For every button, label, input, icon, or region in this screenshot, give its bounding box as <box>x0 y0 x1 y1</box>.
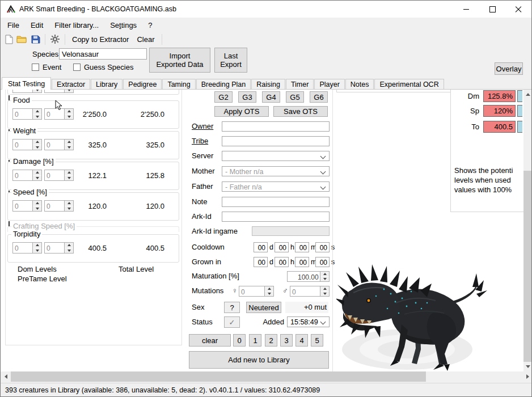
clear-toolbar-button[interactable]: Clear <box>133 34 158 45</box>
father-combobox[interactable]: - Father n/a <box>222 181 330 192</box>
vertical-scroll-thumb[interactable] <box>523 171 532 362</box>
grown-seconds-input[interactable]: 00 <box>315 257 330 267</box>
scroll-up-arrow[interactable] <box>523 90 532 99</box>
spinner-updown[interactable] <box>32 109 41 119</box>
add-new-to-library-button[interactable]: Add new to Library <box>189 351 329 369</box>
tribe-link-label[interactable]: Tribe <box>192 136 208 146</box>
save-ots-button[interactable]: Save OTS <box>273 106 328 117</box>
sex-button[interactable]: ? <box>224 302 240 313</box>
added-time-combobox[interactable]: 15:58:49 <box>287 316 330 327</box>
tab-pedigree[interactable]: Pedigree <box>123 79 162 89</box>
wild-level-spinner[interactable]: 0 <box>12 139 42 150</box>
minimize-button[interactable] <box>453 1 479 18</box>
menu-filter-library[interactable]: Filter library... <box>49 19 104 32</box>
new-file-icon[interactable] <box>3 34 15 45</box>
open-file-icon[interactable] <box>15 34 29 44</box>
stat-group-weight: Weight 0 0 325.0 325.0 <box>7 131 179 159</box>
copy-to-extractor-button[interactable]: Copy to Extractor <box>68 34 133 45</box>
grown-days-input[interactable]: 00 <box>254 257 268 267</box>
menu-file[interactable]: File <box>2 19 25 32</box>
level-button-0[interactable]: 0 <box>233 334 246 347</box>
spinner-updown[interactable] <box>64 90 73 92</box>
level-button-4[interactable]: 4 <box>295 334 308 347</box>
scroll-down-arrow[interactable] <box>523 362 532 371</box>
mother-placeholder: - Mother n/a <box>225 168 263 176</box>
spinner-updown[interactable] <box>320 286 329 296</box>
torpidity-short-label: To <box>465 121 479 133</box>
spinner-updown[interactable] <box>32 90 41 92</box>
mother-combobox[interactable]: - Mother n/a <box>222 166 330 176</box>
spinner-updown[interactable] <box>32 243 41 253</box>
spinner-value: 0 <box>13 243 32 253</box>
import-exported-data-button[interactable]: Import Exported Data <box>149 48 210 73</box>
tribe-input[interactable] <box>222 136 330 146</box>
guess-species-checkbox[interactable] <box>73 64 81 71</box>
status-button[interactable]: ✓ <box>224 316 240 328</box>
tab-taming[interactable]: Taming <box>162 79 195 89</box>
tab-experimental-ocr[interactable]: Experimental OCR <box>374 79 444 89</box>
vertical-scrollbar[interactable] <box>523 90 532 371</box>
menu-edit[interactable]: Edit <box>25 19 49 32</box>
close-button[interactable] <box>505 1 531 18</box>
wild-level-spinner[interactable]: 0 <box>12 200 42 212</box>
cooldown-seconds-input[interactable]: 00 <box>315 242 330 252</box>
settings-gear-icon[interactable] <box>48 33 62 45</box>
spinner-updown[interactable] <box>264 286 273 296</box>
wild-level-spinner[interactable]: 0 <box>12 108 42 120</box>
overlay-button[interactable]: Overlay <box>495 62 523 75</box>
cooldown-minutes-input[interactable]: 00 <box>295 242 309 252</box>
generation-button-g2[interactable]: G2 <box>214 91 233 103</box>
scroll-right-arrow[interactable] <box>522 371 532 382</box>
wild-level-spinner[interactable]: 0 <box>12 170 42 181</box>
save-icon[interactable] <box>29 34 42 45</box>
tab-extractor[interactable]: Extractor <box>52 79 90 89</box>
tab-library[interactable]: Library <box>91 79 123 89</box>
level-button-1[interactable]: 1 <box>249 334 261 347</box>
ark-id-input[interactable] <box>222 212 330 222</box>
horizontal-scrollbar[interactable] <box>1 371 532 382</box>
horizontal-scroll-thumb[interactable] <box>11 371 426 382</box>
note-input[interactable] <box>222 197 330 207</box>
generation-button-g3[interactable]: G3 <box>238 91 256 103</box>
menu-help[interactable]: ? <box>142 19 158 32</box>
generation-button-g4[interactable]: G4 <box>262 91 280 103</box>
stat-total-value: 400.5 <box>117 244 164 252</box>
mutation-maternal-spinner[interactable]: 0 <box>239 286 274 297</box>
spinner-updown[interactable] <box>32 140 41 150</box>
generation-button-g6[interactable]: G6 <box>310 91 328 103</box>
species-input[interactable] <box>59 48 147 60</box>
tab-breeding-plan[interactable]: Breeding Plan <box>196 79 251 89</box>
owner-input[interactable] <box>222 121 330 132</box>
spinner-updown[interactable] <box>320 272 329 281</box>
apply-ots-button[interactable]: Apply OTS <box>214 106 269 117</box>
grown-hours-input[interactable]: 00 <box>275 257 289 267</box>
grown-minutes-input[interactable]: 00 <box>295 257 309 267</box>
server-combobox[interactable] <box>222 151 330 161</box>
owner-link-label[interactable]: Owner <box>192 121 213 132</box>
menu-settings[interactable]: Settings <box>104 19 142 32</box>
level-button-3[interactable]: 3 <box>280 334 293 347</box>
maturation-spinner[interactable]: 100.00 <box>287 271 330 282</box>
generation-button-g5[interactable]: G5 <box>286 91 304 103</box>
last-export-button[interactable]: Last Export <box>214 48 247 73</box>
tab-notes[interactable]: Notes <box>345 79 374 89</box>
level-button-5[interactable]: 5 <box>311 334 323 347</box>
spinner-updown[interactable] <box>32 170 41 180</box>
neutered-button[interactable]: Neutered <box>246 302 281 313</box>
cooldown-days-input[interactable]: 00 <box>254 242 268 252</box>
tab-stat-testing[interactable]: Stat Testing <box>2 77 51 90</box>
tab-raising[interactable]: Raising <box>251 79 285 89</box>
mutation-paternal-spinner[interactable]: 0 <box>290 286 330 297</box>
tab-player[interactable]: Player <box>314 79 344 89</box>
scroll-left-arrow[interactable] <box>1 371 11 382</box>
dom-level-spinner[interactable] <box>44 90 74 93</box>
cooldown-hours-input[interactable]: 00 <box>275 242 289 252</box>
wild-level-spinner[interactable]: 0 <box>12 242 42 254</box>
spinner-updown[interactable] <box>32 201 41 211</box>
level-button-2[interactable]: 2 <box>265 334 277 347</box>
event-checkbox[interactable] <box>32 64 39 71</box>
clear-button[interactable]: clear <box>189 334 231 347</box>
wild-level-spinner[interactable] <box>12 90 42 93</box>
tab-timer[interactable]: Timer <box>286 79 314 89</box>
maximize-button[interactable] <box>479 1 505 18</box>
